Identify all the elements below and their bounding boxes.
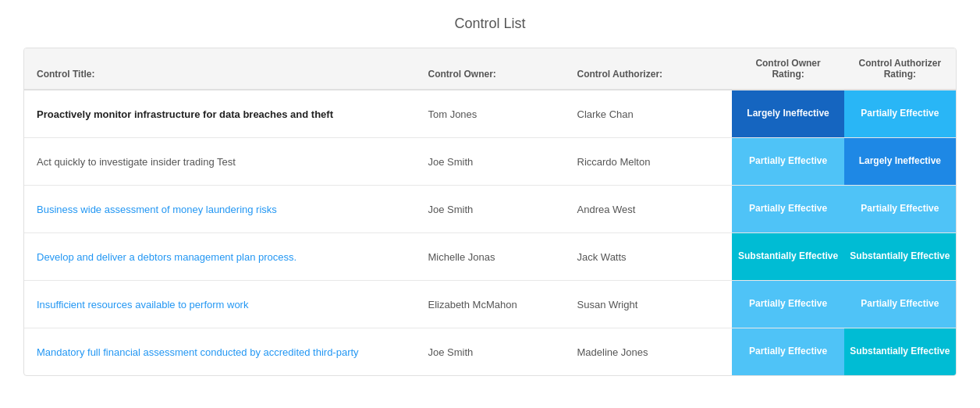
- control-owner-cell: Joe Smith: [415, 138, 564, 186]
- control-authorizer-cell: Jack Watts: [565, 233, 733, 281]
- auth-rating-badge: Partially Effective: [844, 90, 956, 137]
- owner-rating-cell: Partially Effective: [732, 328, 843, 376]
- owner-rating-cell: Largely Ineffective: [732, 90, 843, 138]
- auth-rating-cell: Partially Effective: [844, 281, 956, 328]
- owner-rating-badge: Partially Effective: [732, 138, 843, 185]
- owner-rating-cell: Substantially Effective: [732, 233, 843, 281]
- header-control-owner: Control Owner:: [415, 48, 564, 90]
- table-row: Insufficient resources available to perf…: [24, 281, 956, 328]
- table-row: Develop and deliver a debtors management…: [24, 233, 956, 281]
- control-authorizer-cell: Susan Wright: [565, 281, 733, 328]
- auth-rating-badge: Partially Effective: [844, 186, 956, 232]
- control-owner-cell: Joe Smith: [415, 186, 564, 233]
- owner-rating-cell: Partially Effective: [732, 281, 843, 328]
- control-title-cell[interactable]: Insufficient resources available to perf…: [24, 281, 415, 328]
- owner-rating-badge: Partially Effective: [732, 328, 843, 375]
- control-authorizer-cell: Andrea West: [565, 186, 733, 233]
- header-owner-rating: Control Owner Rating:: [732, 48, 843, 90]
- control-title-cell[interactable]: Business wide assessment of money launde…: [24, 186, 415, 233]
- control-owner-cell: Tom Jones: [415, 90, 564, 138]
- auth-rating-badge: Substantially Effective: [844, 328, 956, 375]
- table-row: Proactively monitor infrastructure for d…: [24, 90, 956, 138]
- auth-rating-cell: Partially Effective: [844, 90, 956, 138]
- auth-rating-cell: Partially Effective: [844, 186, 956, 233]
- table-header-row: Control Title: Control Owner: Control Au…: [24, 48, 956, 90]
- control-authorizer-cell: Riccardo Melton: [565, 138, 733, 186]
- control-owner-cell: Michelle Jonas: [415, 233, 564, 281]
- auth-rating-cell: Largely Ineffective: [844, 138, 956, 186]
- control-owner-cell: Joe Smith: [415, 328, 564, 376]
- owner-rating-badge: Substantially Effective: [732, 233, 843, 280]
- owner-rating-badge: Partially Effective: [732, 186, 843, 232]
- header-auth-rating: Control Authorizer Rating:: [844, 48, 956, 90]
- control-authorizer-cell: Madeline Jones: [565, 328, 733, 376]
- auth-rating-badge: Substantially Effective: [844, 233, 956, 280]
- header-control-title: Control Title:: [24, 48, 415, 90]
- auth-rating-cell: Substantially Effective: [844, 233, 956, 281]
- table-row: Mandatory full financial assessment cond…: [24, 328, 956, 376]
- control-title-cell[interactable]: Mandatory full financial assessment cond…: [24, 328, 415, 376]
- control-owner-cell: Elizabeth McMahon: [415, 281, 564, 328]
- auth-rating-badge: Largely Ineffective: [844, 138, 956, 185]
- owner-rating-cell: Partially Effective: [732, 138, 843, 186]
- control-title-cell[interactable]: Develop and deliver a debtors management…: [24, 233, 415, 281]
- table-row: Business wide assessment of money launde…: [24, 186, 956, 233]
- header-control-authorizer: Control Authorizer:: [565, 48, 733, 90]
- control-list-table: Control Title: Control Owner: Control Au…: [24, 48, 956, 375]
- table-row: Act quickly to investigate insider tradi…: [24, 138, 956, 186]
- owner-rating-badge: Partially Effective: [732, 281, 843, 328]
- control-authorizer-cell: Clarke Chan: [565, 90, 733, 138]
- page-title: Control List: [23, 16, 957, 32]
- auth-rating-badge: Partially Effective: [844, 281, 956, 328]
- control-title-cell: Act quickly to investigate insider tradi…: [24, 138, 415, 186]
- owner-rating-badge: Largely Ineffective: [732, 90, 843, 137]
- control-list-table-wrapper: Control Title: Control Owner: Control Au…: [23, 48, 957, 376]
- control-title-cell: Proactively monitor infrastructure for d…: [24, 90, 415, 138]
- auth-rating-cell: Substantially Effective: [844, 328, 956, 376]
- owner-rating-cell: Partially Effective: [732, 186, 843, 233]
